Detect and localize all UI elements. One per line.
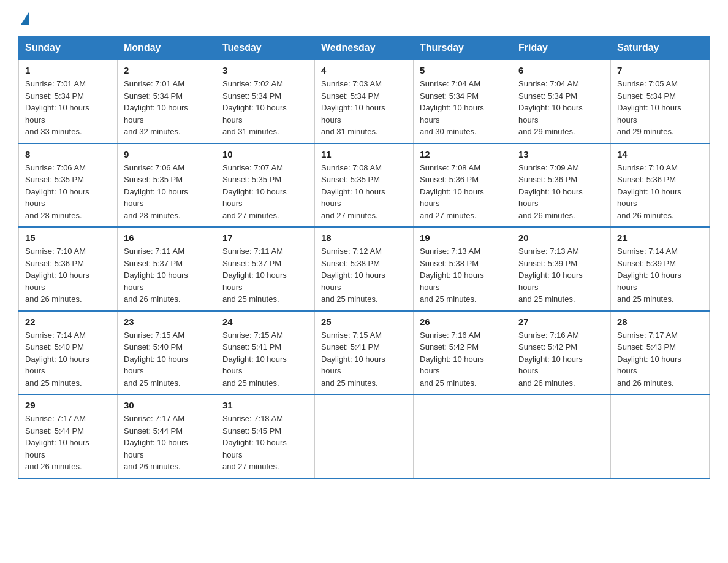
day-number: 20: [518, 232, 604, 243]
day-number: 6: [518, 65, 604, 75]
day-number: 15: [25, 232, 111, 243]
table-row: 24Sunrise: 7:15 AMSunset: 5:41 PMDayligh…: [216, 311, 315, 395]
day-info: Sunrise: 7:06 AMSunset: 5:35 PMDaylight:…: [25, 162, 111, 222]
table-row: 2Sunrise: 7:01 AMSunset: 5:34 PMDaylight…: [118, 60, 216, 144]
table-row: 19Sunrise: 7:13 AMSunset: 5:38 PMDayligh…: [414, 227, 512, 311]
table-row: 4Sunrise: 7:03 AMSunset: 5:34 PMDaylight…: [315, 60, 414, 144]
col-thursday: Thursday: [414, 36, 512, 60]
table-row: 25Sunrise: 7:15 AMSunset: 5:41 PMDayligh…: [315, 311, 414, 395]
day-number: 27: [518, 316, 604, 327]
day-number: 19: [420, 232, 506, 243]
day-info: Sunrise: 7:17 AMSunset: 5:44 PMDaylight:…: [25, 413, 111, 473]
day-number: 12: [420, 149, 506, 159]
day-number: 8: [25, 149, 111, 159]
table-row: [414, 394, 512, 478]
calendar-header-row: Sunday Monday Tuesday Wednesday Thursday…: [19, 36, 710, 60]
col-saturday: Saturday: [611, 36, 710, 60]
day-info: Sunrise: 7:16 AMSunset: 5:42 PMDaylight:…: [518, 329, 604, 389]
table-row: 8Sunrise: 7:06 AMSunset: 5:35 PMDaylight…: [19, 144, 118, 228]
col-friday: Friday: [512, 36, 611, 60]
day-number: 1: [25, 65, 111, 75]
day-number: 18: [321, 232, 407, 243]
day-number: 14: [617, 149, 703, 159]
table-row: [512, 394, 611, 478]
col-sunday: Sunday: [19, 36, 118, 60]
calendar-week-row: 15Sunrise: 7:10 AMSunset: 5:36 PMDayligh…: [19, 227, 710, 311]
day-number: 16: [124, 232, 210, 243]
day-info: Sunrise: 7:17 AMSunset: 5:44 PMDaylight:…: [124, 413, 210, 473]
calendar-week-row: 22Sunrise: 7:14 AMSunset: 5:40 PMDayligh…: [19, 311, 710, 395]
day-number: 31: [222, 400, 308, 410]
day-number: 4: [321, 65, 407, 75]
table-row: 30Sunrise: 7:17 AMSunset: 5:44 PMDayligh…: [118, 394, 216, 478]
day-info: Sunrise: 7:06 AMSunset: 5:35 PMDaylight:…: [124, 162, 210, 222]
table-row: 5Sunrise: 7:04 AMSunset: 5:34 PMDaylight…: [414, 60, 512, 144]
day-info: Sunrise: 7:08 AMSunset: 5:36 PMDaylight:…: [420, 162, 506, 222]
day-number: 25: [321, 316, 407, 327]
table-row: 14Sunrise: 7:10 AMSunset: 5:36 PMDayligh…: [611, 144, 710, 228]
day-info: Sunrise: 7:13 AMSunset: 5:38 PMDaylight:…: [420, 245, 506, 305]
day-number: 13: [518, 149, 604, 159]
day-number: 24: [222, 316, 308, 327]
day-info: Sunrise: 7:04 AMSunset: 5:34 PMDaylight:…: [518, 78, 604, 138]
day-info: Sunrise: 7:17 AMSunset: 5:43 PMDaylight:…: [617, 329, 703, 389]
day-info: Sunrise: 7:11 AMSunset: 5:37 PMDaylight:…: [222, 245, 308, 305]
day-info: Sunrise: 7:05 AMSunset: 5:34 PMDaylight:…: [617, 78, 703, 138]
day-info: Sunrise: 7:15 AMSunset: 5:41 PMDaylight:…: [321, 329, 407, 389]
table-row: 10Sunrise: 7:07 AMSunset: 5:35 PMDayligh…: [216, 144, 315, 228]
day-info: Sunrise: 7:11 AMSunset: 5:37 PMDaylight:…: [124, 245, 210, 305]
table-row: 9Sunrise: 7:06 AMSunset: 5:35 PMDaylight…: [118, 144, 216, 228]
table-row: 31Sunrise: 7:18 AMSunset: 5:45 PMDayligh…: [216, 394, 315, 478]
table-row: [611, 394, 710, 478]
table-row: 3Sunrise: 7:02 AMSunset: 5:34 PMDaylight…: [216, 60, 315, 144]
table-row: 17Sunrise: 7:11 AMSunset: 5:37 PMDayligh…: [216, 227, 315, 311]
day-number: 2: [124, 65, 210, 75]
day-number: 17: [222, 232, 308, 243]
day-number: 3: [222, 65, 308, 75]
day-number: 22: [25, 316, 111, 327]
day-info: Sunrise: 7:02 AMSunset: 5:34 PMDaylight:…: [222, 78, 308, 138]
col-wednesday: Wednesday: [315, 36, 414, 60]
day-info: Sunrise: 7:01 AMSunset: 5:34 PMDaylight:…: [124, 78, 210, 138]
table-row: [315, 394, 414, 478]
calendar-week-row: 29Sunrise: 7:17 AMSunset: 5:44 PMDayligh…: [19, 394, 710, 478]
day-info: Sunrise: 7:14 AMSunset: 5:39 PMDaylight:…: [617, 245, 703, 305]
day-info: Sunrise: 7:14 AMSunset: 5:40 PMDaylight:…: [25, 329, 111, 389]
day-number: 29: [25, 400, 111, 410]
table-row: 12Sunrise: 7:08 AMSunset: 5:36 PMDayligh…: [414, 144, 512, 228]
table-row: 23Sunrise: 7:15 AMSunset: 5:40 PMDayligh…: [118, 311, 216, 395]
col-monday: Monday: [118, 36, 216, 60]
table-row: 15Sunrise: 7:10 AMSunset: 5:36 PMDayligh…: [19, 227, 118, 311]
day-info: Sunrise: 7:03 AMSunset: 5:34 PMDaylight:…: [321, 78, 407, 138]
day-number: 21: [617, 232, 703, 243]
day-info: Sunrise: 7:10 AMSunset: 5:36 PMDaylight:…: [617, 162, 703, 222]
table-row: 11Sunrise: 7:08 AMSunset: 5:35 PMDayligh…: [315, 144, 414, 228]
day-number: 7: [617, 65, 703, 75]
day-info: Sunrise: 7:15 AMSunset: 5:40 PMDaylight:…: [124, 329, 210, 389]
day-info: Sunrise: 7:04 AMSunset: 5:34 PMDaylight:…: [420, 78, 506, 138]
page-header: [18, 12, 710, 25]
table-row: 18Sunrise: 7:12 AMSunset: 5:38 PMDayligh…: [315, 227, 414, 311]
day-info: Sunrise: 7:10 AMSunset: 5:36 PMDaylight:…: [25, 245, 111, 305]
calendar-table: Sunday Monday Tuesday Wednesday Thursday…: [18, 36, 710, 479]
day-number: 28: [617, 316, 703, 327]
table-row: 1Sunrise: 7:01 AMSunset: 5:34 PMDaylight…: [19, 60, 118, 144]
day-number: 10: [222, 149, 308, 159]
table-row: 21Sunrise: 7:14 AMSunset: 5:39 PMDayligh…: [611, 227, 710, 311]
table-row: 16Sunrise: 7:11 AMSunset: 5:37 PMDayligh…: [118, 227, 216, 311]
day-info: Sunrise: 7:16 AMSunset: 5:42 PMDaylight:…: [420, 329, 506, 389]
day-info: Sunrise: 7:18 AMSunset: 5:45 PMDaylight:…: [222, 413, 308, 473]
day-info: Sunrise: 7:12 AMSunset: 5:38 PMDaylight:…: [321, 245, 407, 305]
table-row: 26Sunrise: 7:16 AMSunset: 5:42 PMDayligh…: [414, 311, 512, 395]
table-row: 20Sunrise: 7:13 AMSunset: 5:39 PMDayligh…: [512, 227, 611, 311]
day-number: 9: [124, 149, 210, 159]
day-number: 5: [420, 65, 506, 75]
day-info: Sunrise: 7:15 AMSunset: 5:41 PMDaylight:…: [222, 329, 308, 389]
day-info: Sunrise: 7:09 AMSunset: 5:36 PMDaylight:…: [518, 162, 604, 222]
col-tuesday: Tuesday: [216, 36, 315, 60]
calendar-week-row: 8Sunrise: 7:06 AMSunset: 5:35 PMDaylight…: [19, 144, 710, 228]
day-info: Sunrise: 7:13 AMSunset: 5:39 PMDaylight:…: [518, 245, 604, 305]
calendar-week-row: 1Sunrise: 7:01 AMSunset: 5:34 PMDaylight…: [19, 60, 710, 144]
table-row: 29Sunrise: 7:17 AMSunset: 5:44 PMDayligh…: [19, 394, 118, 478]
day-info: Sunrise: 7:08 AMSunset: 5:35 PMDaylight:…: [321, 162, 407, 222]
